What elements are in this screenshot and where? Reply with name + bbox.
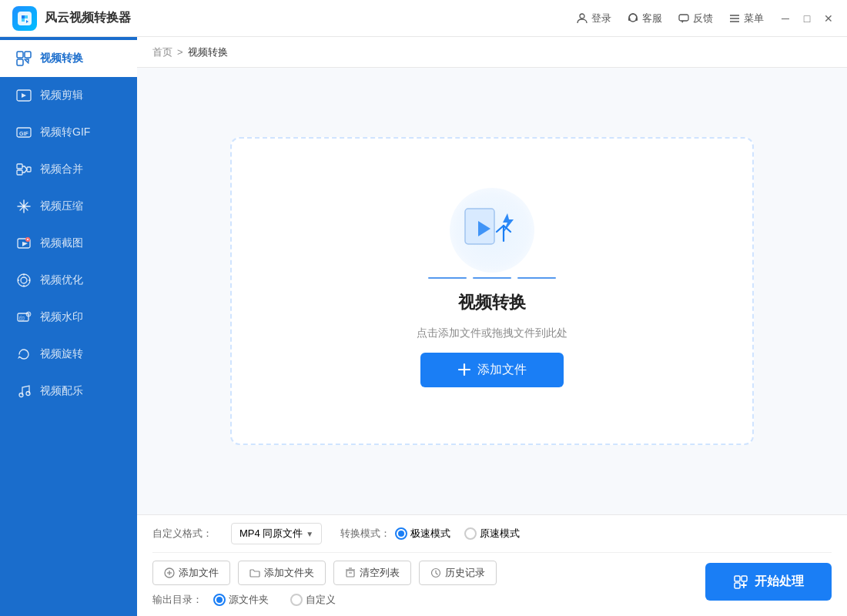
headset-icon xyxy=(627,12,639,25)
main-layout: 视频转换 视频剪辑 GIF 视频转GIF xyxy=(0,37,847,616)
convert-icon xyxy=(15,50,32,67)
svg-point-30 xyxy=(26,312,31,316)
output-label: 输出目录： xyxy=(152,593,203,607)
history-btn[interactable]: 历史记录 xyxy=(419,561,497,585)
titlebar: 风云视频转换器 登录 客服 反馈 xyxy=(0,0,847,37)
clear-list-btn[interactable]: 清空列表 xyxy=(333,561,411,585)
rotate-icon xyxy=(15,346,32,363)
mode-normal-radio[interactable] xyxy=(464,527,477,540)
svg-rect-41 xyxy=(346,571,354,577)
sidebar-item-rotate[interactable]: 视频旋转 xyxy=(0,336,137,373)
drop-dots xyxy=(428,277,556,279)
drop-title: 视频转换 xyxy=(458,291,526,314)
login-btn[interactable]: 登录 xyxy=(576,12,611,25)
process-icon xyxy=(733,574,748,590)
add-folder-btn[interactable]: 添加文件夹 xyxy=(238,561,326,585)
scissors-icon xyxy=(15,87,32,104)
format-select[interactable]: MP4 同原文件 ▼ xyxy=(231,523,322,544)
drop-area-wrapper: 视频转换 点击添加文件或拖拽文件到此处 添加文件 xyxy=(137,68,847,514)
drop-icon-wrapper xyxy=(457,196,527,265)
output-source-radio[interactable] xyxy=(213,594,226,606)
sidebar: 视频转换 视频剪辑 GIF 视频转GIF xyxy=(0,37,137,616)
breadcrumb-current: 视频转换 xyxy=(188,45,228,59)
output-custom-label: 自定义 xyxy=(306,593,336,607)
mode-group: 转换模式： 极速模式 原速模式 xyxy=(340,527,520,541)
dot-line-1 xyxy=(428,277,467,279)
svg-rect-46 xyxy=(735,576,740,581)
format-value: MP4 同原文件 xyxy=(239,527,303,541)
minimize-btn[interactable]: ─ xyxy=(779,12,792,25)
add-file-action-btn[interactable]: 添加文件 xyxy=(152,561,230,585)
content-wrapper: 视频转换 点击添加文件或拖拽文件到此处 添加文件 自定义格式： xyxy=(137,68,847,616)
screenshot-icon xyxy=(15,235,32,252)
sidebar-label-rotate: 视频旋转 xyxy=(40,347,83,361)
sidebar-label-compress: 视频压缩 xyxy=(40,199,83,213)
close-btn[interactable]: ✕ xyxy=(822,12,835,25)
svg-rect-3 xyxy=(628,18,631,21)
sidebar-item-edit[interactable]: 视频剪辑 xyxy=(0,77,137,114)
sidebar-label-merge: 视频合并 xyxy=(40,162,83,176)
format-row: 自定义格式： MP4 同原文件 ▼ 转换模式： 极速模式 原速模式 xyxy=(152,523,832,553)
sidebar-item-gif[interactable]: GIF 视频转GIF xyxy=(0,114,137,151)
mode-fast-radio[interactable] xyxy=(395,527,407,540)
menu-btn[interactable]: 菜单 xyxy=(728,12,764,25)
mode-fast-option[interactable]: 极速模式 xyxy=(395,527,450,541)
sidebar-label-screenshot: 视频截图 xyxy=(40,236,83,250)
drop-area[interactable]: 视频转换 点击添加文件或拖拽文件到此处 添加文件 xyxy=(230,137,754,445)
sidebar-item-watermark[interactable]: 印 视频水印 xyxy=(0,299,137,336)
output-source-label: 源文件夹 xyxy=(229,593,269,607)
compress-icon xyxy=(15,198,32,215)
svg-marker-13 xyxy=(22,93,26,98)
svg-marker-20 xyxy=(22,242,28,246)
mode-label: 转换模式： xyxy=(340,527,390,541)
svg-rect-17 xyxy=(17,170,22,175)
svg-rect-4 xyxy=(636,18,638,21)
mode-fast-label: 极速模式 xyxy=(410,527,450,541)
breadcrumb-home[interactable]: 首页 xyxy=(152,45,172,59)
sidebar-item-music[interactable]: 视频配乐 xyxy=(0,373,137,410)
sidebar-item-merge[interactable]: 视频合并 xyxy=(0,151,137,188)
merge-icon xyxy=(15,161,32,178)
dot-line-2 xyxy=(473,277,511,279)
app-title: 风云视频转换器 xyxy=(45,10,576,26)
drop-subtitle: 点击添加文件或拖拽文件到此处 xyxy=(417,326,567,340)
output-source-option[interactable]: 源文件夹 xyxy=(213,593,269,607)
add-file-label: 添加文件 xyxy=(477,362,527,378)
mode-normal-label: 原速模式 xyxy=(480,527,520,541)
svg-rect-10 xyxy=(25,52,31,58)
mode-normal-option[interactable]: 原速模式 xyxy=(464,527,520,541)
sidebar-item-compress[interactable]: 视频压缩 xyxy=(0,188,137,225)
svg-rect-16 xyxy=(17,164,22,169)
support-btn[interactable]: 客服 xyxy=(627,12,662,25)
svg-rect-48 xyxy=(735,583,740,588)
output-custom-radio[interactable] xyxy=(290,594,303,606)
sidebar-item-screenshot[interactable]: 视频截图 xyxy=(0,225,137,262)
watermark-icon: 印 xyxy=(15,309,32,326)
svg-point-22 xyxy=(18,274,30,286)
format-label: 自定义格式： xyxy=(152,527,213,541)
svg-rect-11 xyxy=(17,59,23,65)
sidebar-item-convert[interactable]: 视频转换 xyxy=(0,40,137,77)
sidebar-label-optimize: 视频优化 xyxy=(40,273,83,287)
output-custom-option[interactable]: 自定义 xyxy=(290,593,336,607)
menu-icon xyxy=(728,12,741,25)
feedback-btn[interactable]: 反馈 xyxy=(678,12,713,25)
sidebar-item-optimize[interactable]: 视频优化 xyxy=(0,262,137,299)
plus-icon xyxy=(457,363,471,377)
music-icon xyxy=(15,383,32,400)
svg-point-1 xyxy=(580,14,584,18)
svg-point-23 xyxy=(21,277,27,283)
svg-text:印: 印 xyxy=(19,316,25,321)
start-button[interactable]: 开始处理 xyxy=(705,563,832,601)
sidebar-label-music: 视频配乐 xyxy=(40,384,83,398)
titlebar-actions: 登录 客服 反馈 菜单 xyxy=(576,12,764,25)
message-icon xyxy=(678,12,690,25)
svg-rect-47 xyxy=(742,576,747,581)
maximize-btn[interactable]: □ xyxy=(801,12,813,25)
user-icon xyxy=(576,12,588,25)
window-controls: ─ □ ✕ xyxy=(779,12,835,25)
add-file-button[interactable]: 添加文件 xyxy=(420,353,564,387)
add-file-icon xyxy=(164,567,175,578)
start-btn-area: 开始处理 xyxy=(705,563,832,601)
content-area: 首页 > 视频转换 xyxy=(137,37,847,616)
